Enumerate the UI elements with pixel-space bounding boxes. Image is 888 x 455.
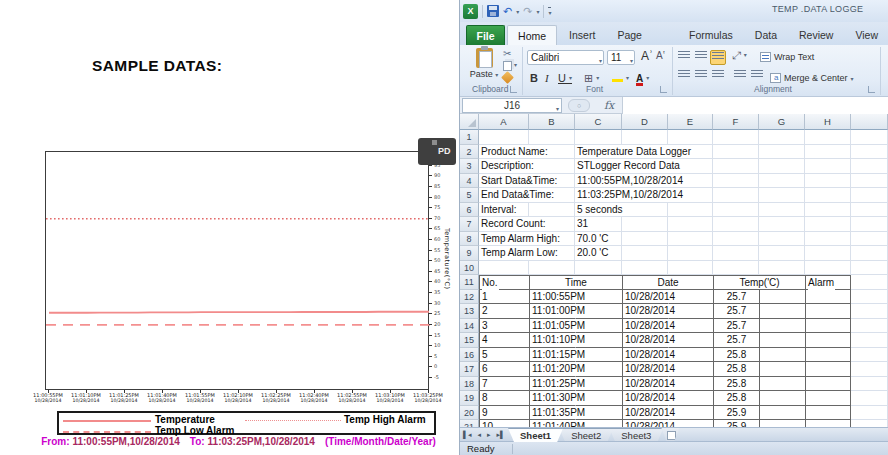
cell-F1[interactable]: [713, 130, 759, 145]
cell-G20[interactable]: [759, 406, 805, 421]
cell-G5[interactable]: [759, 188, 805, 203]
cell-G7[interactable]: [759, 217, 805, 232]
cell-D11[interactable]: Date: [622, 275, 713, 290]
row-header-2[interactable]: 2: [460, 145, 479, 160]
align-center-icon[interactable]: [693, 69, 709, 84]
borders-icon[interactable]: ⊞ ▾: [584, 71, 599, 85]
cell-C1[interactable]: [575, 130, 622, 145]
sheet-tab-sheet3[interactable]: Sheet3: [609, 428, 663, 442]
row-header-12[interactable]: 12: [460, 290, 479, 305]
cell-H19[interactable]: [805, 391, 851, 406]
cell-F8[interactable]: [713, 232, 759, 247]
decrease-indent-icon[interactable]: [732, 69, 748, 84]
excel-logo-icon[interactable]: X: [463, 4, 478, 19]
cell-I12[interactable]: [851, 290, 888, 305]
cell-C3[interactable]: STLogger Record Data: [575, 159, 622, 174]
sheet-tab-sheet1[interactable]: Sheet1: [508, 428, 563, 442]
row-header-7[interactable]: 7: [460, 217, 479, 232]
row-header-15[interactable]: 15: [460, 333, 479, 348]
font-dialog-launcher-icon[interactable]: [660, 86, 667, 93]
cell-G17[interactable]: [759, 362, 805, 377]
redo-icon[interactable]: ↷: [523, 6, 532, 17]
select-all-corner[interactable]: [460, 114, 479, 130]
row-header-3[interactable]: 3: [460, 159, 479, 174]
cell-A12[interactable]: 1: [479, 290, 529, 305]
cell-H2[interactable]: [805, 145, 851, 160]
cell-F7[interactable]: [713, 217, 759, 232]
cell-A16[interactable]: 5: [479, 348, 529, 363]
cell-A10[interactable]: [479, 261, 529, 276]
cell-D6[interactable]: [622, 203, 668, 218]
cell-I8[interactable]: [851, 232, 888, 247]
cell-H4[interactable]: [805, 174, 851, 189]
cell-B21[interactable]: 11:01:40PM: [529, 420, 575, 427]
row-header-13[interactable]: 13: [460, 304, 479, 319]
cell-A3[interactable]: Description:: [479, 159, 529, 174]
cell-D7[interactable]: [622, 217, 668, 232]
prev-sheet-icon[interactable]: ◂: [474, 428, 484, 441]
cell-I4[interactable]: [851, 174, 888, 189]
cell-F16[interactable]: 25.8: [713, 348, 759, 363]
insert-sheet-icon[interactable]: [661, 428, 679, 441]
row-header-11[interactable]: 11: [460, 275, 479, 290]
cell-A6[interactable]: Interval:: [479, 203, 529, 218]
merge-center-button[interactable]: Merge & Center ▾: [770, 73, 854, 83]
cell-F19[interactable]: 25.8: [713, 391, 759, 406]
cell-H18[interactable]: [805, 377, 851, 392]
cell-E7[interactable]: [668, 217, 713, 232]
cell-I21[interactable]: [851, 420, 888, 427]
cell-D12[interactable]: 10/28/2014: [622, 290, 668, 305]
cell-E10[interactable]: [668, 261, 713, 276]
fill-color-icon[interactable]: ▾: [612, 71, 629, 85]
column-header-C[interactable]: C: [575, 114, 622, 130]
cell-F4[interactable]: [713, 174, 759, 189]
cell-F11[interactable]: Temp('C): [713, 275, 805, 290]
cell-I1[interactable]: [851, 130, 888, 145]
cell-C2[interactable]: Temperature Data Logger: [575, 145, 622, 160]
cell-G10[interactable]: [759, 261, 805, 276]
cell-C7[interactable]: 31: [575, 217, 622, 232]
cell-F5[interactable]: [713, 188, 759, 203]
cell-H5[interactable]: [805, 188, 851, 203]
row-header-17[interactable]: 17: [460, 362, 479, 377]
cell-F2[interactable]: [713, 145, 759, 160]
cell-I16[interactable]: [851, 348, 888, 363]
cell-F14[interactable]: 25.7: [713, 319, 759, 334]
cell-H8[interactable]: [805, 232, 851, 247]
cell-I10[interactable]: [851, 261, 888, 276]
cell-I20[interactable]: [851, 406, 888, 421]
cell-A5[interactable]: End Data&Time:: [479, 188, 529, 203]
cell-B3[interactable]: [529, 159, 575, 174]
cell-H15[interactable]: [805, 333, 851, 348]
align-bottom-icon[interactable]: [710, 50, 726, 65]
cell-F9[interactable]: [713, 246, 759, 261]
cell-B14[interactable]: 11:01:05PM: [529, 319, 575, 334]
cell-D16[interactable]: 10/28/2014: [622, 348, 668, 363]
cell-A20[interactable]: 9: [479, 406, 529, 421]
cell-H1[interactable]: [805, 130, 851, 145]
cell-F18[interactable]: 25.8: [713, 377, 759, 392]
column-header-H[interactable]: H: [805, 114, 851, 130]
row-header-1[interactable]: 1: [460, 130, 479, 145]
cell-A7[interactable]: Record Count:: [479, 217, 529, 232]
row-header-14[interactable]: 14: [460, 319, 479, 334]
cell-G18[interactable]: [759, 377, 805, 392]
cell-E8[interactable]: [668, 232, 713, 247]
cell-G4[interactable]: [759, 174, 805, 189]
cell-G21[interactable]: [759, 420, 805, 427]
cell-H20[interactable]: [805, 406, 851, 421]
paste-button[interactable]: Paste ▾: [467, 48, 501, 79]
format-painter-icon[interactable]: [501, 71, 514, 84]
row-header-21[interactable]: 21: [460, 420, 479, 427]
row-header-5[interactable]: 5: [460, 188, 479, 203]
cell-A9[interactable]: Temp Alarm Low:: [479, 246, 529, 261]
name-box[interactable]: J16▾: [462, 98, 562, 113]
cell-I13[interactable]: [851, 304, 888, 319]
cell-B1[interactable]: [529, 130, 575, 145]
save-icon[interactable]: [487, 5, 499, 17]
cell-A21[interactable]: 10: [479, 420, 529, 427]
cell-D19[interactable]: 10/28/2014: [622, 391, 668, 406]
cell-I19[interactable]: [851, 391, 888, 406]
row-header-9[interactable]: 9: [460, 246, 479, 261]
cell-C5[interactable]: 11:03:25PM,10/28/2014: [575, 188, 622, 203]
